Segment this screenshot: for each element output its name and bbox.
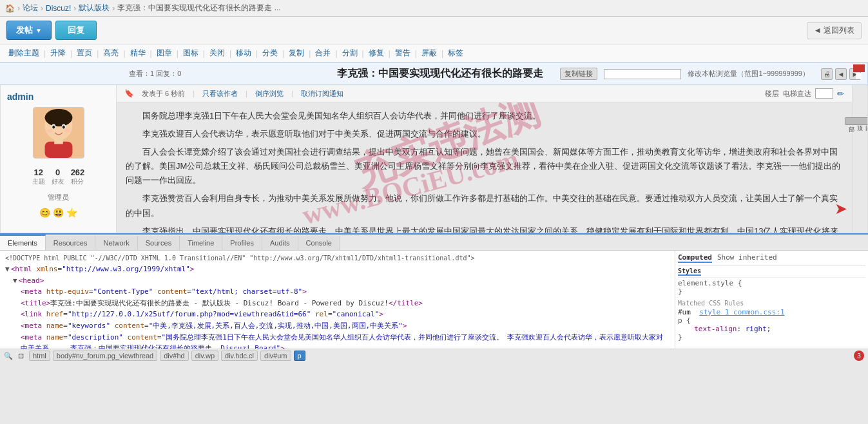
toolbar-category[interactable]: 分类 bbox=[260, 48, 280, 59]
post-text-area: 充实违法测 www.BOCiEU.com 国务院总理李克强1日下午在人民大会堂会… bbox=[117, 102, 852, 233]
devtools-search-icon[interactable]: 🔍 bbox=[4, 352, 13, 360]
floor-label: 楼层 bbox=[765, 89, 779, 99]
html-line-2: <html xmlns="http://www.w3.org/1999/xhtm… bbox=[5, 264, 670, 275]
action-bar-left: 发帖 ▼ 回复 bbox=[6, 21, 97, 40]
edit-view-label: 修改本帖浏览量（范围1~999999999） bbox=[688, 69, 809, 79]
emoji-happy[interactable]: 😃 bbox=[53, 207, 64, 218]
toolbar-icon[interactable]: 图标 bbox=[181, 48, 200, 59]
svg-rect-10 bbox=[54, 139, 63, 144]
star-icon[interactable]: ⭐ bbox=[66, 207, 77, 218]
post-icon: 🔖 bbox=[124, 89, 134, 98]
copy-link-button[interactable]: 复制链接 bbox=[560, 68, 597, 80]
bc-divum[interactable]: div#um bbox=[260, 351, 291, 361]
reply-button[interactable]: 回复 bbox=[55, 21, 97, 40]
toolbar-essence[interactable]: 精华 bbox=[128, 48, 148, 59]
toolbar-warn[interactable]: 警告 bbox=[393, 48, 412, 59]
devtools-bottom-bar: 🔍 ⊡ html body#nv_forum.pg_viewthread div… bbox=[0, 349, 868, 362]
toolbar-close[interactable]: 关闭 bbox=[207, 48, 227, 59]
tab-sources[interactable]: Sources bbox=[138, 236, 180, 250]
show-inherited-tab[interactable]: Show inherited bbox=[717, 253, 777, 263]
bc-divwp[interactable]: div.wp bbox=[191, 351, 218, 361]
tab-console[interactable]: Console bbox=[298, 236, 340, 250]
devtools-inspect-icon[interactable]: ⊡ bbox=[18, 352, 24, 360]
tab-profiles[interactable]: Profiles bbox=[222, 236, 262, 250]
breadcrumb-current: 李克强：中国要实现现代化还有很长的路要走 ... bbox=[117, 3, 280, 14]
posts-label: 主题 bbox=[32, 177, 45, 186]
author-sidebar: admin bbox=[1, 85, 117, 233]
author-only-link[interactable]: 只看该作者 bbox=[202, 89, 238, 99]
element-style-block: element.style { } bbox=[678, 279, 865, 296]
breadcrumb-forum[interactable]: 论坛 bbox=[23, 3, 38, 14]
svg-point-5 bbox=[52, 126, 55, 129]
toolbar-block[interactable]: 屏蔽 bbox=[420, 48, 439, 59]
devtools-tabs: Elements Resources Network Sources Timel… bbox=[0, 235, 868, 251]
toolbar-split[interactable]: 分割 bbox=[340, 48, 360, 59]
reverse-link[interactable]: 倒序浏览 bbox=[255, 89, 284, 99]
toolbar-merge[interactable]: 合并 bbox=[313, 48, 333, 59]
right-sidebar: 自动提取贴内高频词做为页面关键词 bbox=[850, 64, 868, 72]
post-header: 查看：1 回复：0 李克强：中国要实现现代化还有很长的路要走 复制链接 修改本帖… bbox=[0, 63, 868, 85]
home-icon[interactable]: 🏠 bbox=[5, 4, 15, 13]
author-avatar bbox=[33, 107, 84, 159]
tab-network[interactable]: Network bbox=[95, 236, 137, 250]
friends-count: 0 bbox=[55, 168, 60, 177]
score-count: 262 bbox=[71, 168, 85, 177]
toolbar-tag[interactable]: 标签 bbox=[446, 48, 465, 59]
toolbar-copy[interactable]: 复制 bbox=[287, 48, 306, 59]
posts-count: 12 bbox=[34, 168, 43, 177]
elevator-go-icon[interactable]: ✏ bbox=[837, 89, 844, 99]
right-panel: 回顶部 bbox=[852, 85, 867, 233]
post-meta: 🔖 发表于 6 秒前 | 只看该作者 | 倒序浏览 | 取消订阅通知 楼层 电梯… bbox=[117, 85, 852, 102]
toolbar-highlight[interactable]: 高亮 bbox=[101, 48, 121, 59]
view-count-input[interactable] bbox=[604, 69, 681, 79]
tab-resources[interactable]: Resources bbox=[46, 236, 96, 250]
svg-point-7 bbox=[46, 129, 53, 133]
cancel-notify-link[interactable]: 取消订阅通知 bbox=[301, 89, 343, 99]
elevator-input[interactable] bbox=[815, 88, 833, 99]
svg-point-8 bbox=[64, 129, 70, 133]
print-icon[interactable]: 🖨 bbox=[821, 68, 833, 80]
author-name: admin bbox=[7, 92, 34, 102]
back-to-list-button[interactable]: ◄ 返回列表 bbox=[807, 22, 862, 39]
breadcrumb-default[interactable]: 默认版块 bbox=[79, 3, 110, 14]
svg-point-6 bbox=[62, 126, 64, 129]
emoji-smile[interactable]: 😊 bbox=[39, 207, 50, 218]
devtools-panel: Elements Resources Network Sources Timel… bbox=[0, 233, 868, 362]
toolbar-page[interactable]: 置页 bbox=[75, 48, 94, 59]
post-stats: 查看：1 回复：0 bbox=[129, 69, 181, 79]
friends-label: 好友 bbox=[52, 177, 64, 186]
toolbar: 删除主题| 升降| 置页| 高亮| 精华| 图章| 图标| 关闭| 移动| 分类… bbox=[0, 44, 868, 63]
tab-audits[interactable]: Audits bbox=[262, 236, 298, 250]
tab-elements[interactable]: Elements bbox=[0, 235, 46, 250]
toolbar-move[interactable]: 移动 bbox=[234, 48, 253, 59]
toolbar-repair[interactable]: 修复 bbox=[367, 48, 386, 59]
author-icons: 😊 😃 ⭐ bbox=[39, 207, 77, 218]
devtools-html-tree[interactable]: <!DOCTYPE html PUBLIC "-//W3C//DTD XHTML… bbox=[0, 251, 675, 349]
tab-timeline[interactable]: Timeline bbox=[180, 236, 222, 250]
post-title: 李克强：中国要实现现代化还有很长的路要走 bbox=[337, 67, 543, 81]
bc-html[interactable]: html bbox=[29, 351, 50, 361]
keyword-extraction-button[interactable]: 自动提取贴内高频词做为页面关键词 bbox=[853, 64, 865, 72]
post-time: 发表于 6 秒前 bbox=[142, 89, 185, 99]
bc-divhd[interactable]: div#hd bbox=[160, 351, 188, 361]
bc-divhdc[interactable]: div.hdc.cl bbox=[221, 351, 258, 361]
post-content: 🔖 发表于 6 秒前 | 只看该作者 | 倒序浏览 | 取消订阅通知 楼层 电梯… bbox=[117, 85, 852, 233]
toolbar-rank[interactable]: 升降 bbox=[48, 48, 68, 59]
toolbar-delete[interactable]: 删除主题 bbox=[6, 48, 41, 59]
toolbar-stamp[interactable]: 图章 bbox=[155, 48, 174, 59]
prev-icon[interactable]: ◄ bbox=[835, 68, 847, 80]
author-role: 管理员 bbox=[48, 193, 69, 202]
post-button[interactable]: 发帖 ▼ bbox=[6, 21, 52, 40]
error-badge: 3 bbox=[854, 351, 864, 361]
bc-p[interactable]: p bbox=[294, 351, 305, 361]
breadcrumb: 🏠 › 论坛 › Discuz! › 默认版块 › 李克强：中国要实现现代化还有… bbox=[0, 0, 868, 17]
css-source-link[interactable]: style 1 common.css:1 bbox=[699, 308, 784, 316]
breadcrumb-discuz[interactable]: Discuz! bbox=[46, 4, 71, 13]
matched-css-header: Matched CSS Rules bbox=[678, 300, 865, 307]
bc-body[interactable]: body#nv_forum.pg_viewthread bbox=[53, 351, 157, 361]
devtools-right-tabs: Computed Show inherited bbox=[678, 253, 865, 265]
devtools-breadcrumb: html body#nv_forum.pg_viewthread div#hd … bbox=[29, 351, 305, 361]
action-bar: 发帖 ▼ 回复 ◄ 返回列表 bbox=[0, 17, 868, 44]
computed-tab[interactable]: Computed bbox=[678, 253, 712, 263]
styles-subtab[interactable]: Styles bbox=[678, 267, 701, 276]
